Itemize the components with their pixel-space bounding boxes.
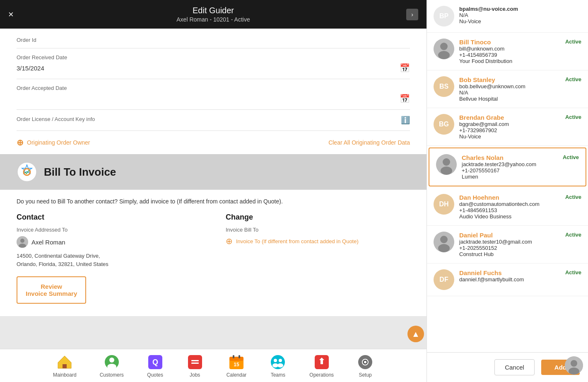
clear-originating-button[interactable]: Clear All Originating Order Data <box>328 139 410 146</box>
contact-email: danniel.f@smartlybuilt.com <box>459 276 565 283</box>
review-invoice-button[interactable]: Review Invoice Summary <box>17 276 86 304</box>
change-column: Change Invoice Bill To ⊕ Invoice To (If … <box>226 213 410 268</box>
svg-point-24 <box>277 363 283 367</box>
sidebar-item-jobs[interactable]: Jobs <box>175 354 215 378</box>
contact-info: Bill Tinoco bill@unknown.com +1-41548567… <box>459 39 565 64</box>
contact-status: Active <box>565 194 581 200</box>
contact-company: Lumen <box>462 174 563 180</box>
page-title: Edit Guider <box>8 6 418 15</box>
contact-name: Brendan Grabe <box>459 114 565 121</box>
svg-point-9 <box>107 364 116 370</box>
contact-item-charles-nolan[interactable]: Charles Nolan jacktrade.tester23@yahoo.c… <box>429 147 586 186</box>
sidebar-item-calendar[interactable]: 15 Calendar <box>215 354 258 378</box>
contact-item-bob-stanley[interactable]: BS Bob Stanley bob.bellvue@unknown.com N… <box>427 70 588 108</box>
contact-item-brendan-grabe[interactable]: BG Brendan Grabe bggrabe@gmail.com +1-73… <box>427 108 588 146</box>
sidebar-item-mainboard[interactable]: Mainboard <box>41 354 88 378</box>
customers-label: Customers <box>100 372 124 378</box>
svg-point-23 <box>272 363 278 367</box>
calendar-icon-2[interactable]: 📅 <box>400 94 410 104</box>
svg-point-22 <box>279 359 282 362</box>
bill-section-title: Bill To Invoice <box>44 166 116 179</box>
contact-email: dan@customautomationtech.com <box>459 201 565 207</box>
contact-column: Contact Invoice Addressed To Axel Roman <box>17 213 201 268</box>
contact-header: Contact <box>17 213 201 222</box>
contact-item-bpalms[interactable]: BP bpalms@nu-voice.com N/A Nu-Voice <box>427 0 588 33</box>
bill-description: Do you need to Bill To another contact? … <box>17 198 410 205</box>
contact-info: Bob Stanley bob.bellvue@unknown.com N/A … <box>459 76 565 102</box>
sidebar-item-operations[interactable]: Operations <box>298 354 345 378</box>
contact-name: Daniel Paul <box>459 232 565 239</box>
sidebar-item-setup[interactable]: Setup <box>345 354 385 378</box>
svg-point-34 <box>443 158 450 166</box>
svg-text:15: 15 <box>234 362 239 367</box>
contact-company: Audio Video Business <box>459 213 565 220</box>
svg-rect-14 <box>191 363 199 364</box>
contact-phone: +1-4154856739 <box>459 52 565 58</box>
contact-item-danniel-fuchs[interactable]: DF Danniel Fuchs danniel.f@smartlybuilt.… <box>427 264 588 296</box>
calendar-nav-icon: 15 <box>228 354 245 370</box>
bill-content: Do you need to Bill To another contact? … <box>0 190 427 316</box>
calendar-label: Calendar <box>227 372 247 378</box>
invoice-bill-to-label: Invoice Bill To <box>226 227 410 233</box>
contact-name: Bill Tinoco <box>459 39 565 46</box>
contact-status: Active <box>563 154 579 160</box>
sidebar-item-quotes[interactable]: Q Quotes <box>135 354 175 378</box>
svg-point-38 <box>438 244 450 252</box>
contact-info: Daniel Paul jacktrade.tester10@gmail.com… <box>459 232 565 257</box>
setup-icon <box>357 354 374 370</box>
contact-item-dan-hoehnen[interactable]: DH Dan Hoehnen dan@customautomationtech.… <box>427 188 588 226</box>
contact-row: Axel Roman <box>17 236 201 248</box>
next-button[interactable]: › <box>406 9 418 20</box>
order-received-value[interactable]: 3/15/2024 <box>17 65 44 72</box>
invoice-addressed-label: Invoice Addressed To <box>17 227 201 233</box>
contact-item-daniel-paul[interactable]: Daniel Paul jacktrade.tester10@gmail.com… <box>427 226 588 264</box>
svg-point-21 <box>274 359 277 362</box>
contact-company: Nu-Voice <box>459 133 565 140</box>
order-id-label: Order Id <box>17 37 410 43</box>
contact-avatar: BS <box>434 76 454 97</box>
sidebar-item-teams[interactable]: Teams <box>258 354 298 378</box>
contact-email: bill@unknown.com <box>459 46 565 52</box>
contact-item-bill-tinoco[interactable]: Bill Tinoco bill@unknown.com +1-41548567… <box>427 33 588 70</box>
contact-info: Charles Nolan jacktrade.tester23@yahoo.c… <box>462 154 563 180</box>
plus-icon: ⊕ <box>17 138 24 147</box>
bottom-nav: Mainboard Customers <box>0 349 427 382</box>
header: × Edit Guider Axel Roman - 10201 - Activ… <box>0 0 427 29</box>
order-id-field: Order Id <box>17 29 410 48</box>
contact-email: jacktrade.tester10@gmail.com <box>459 239 565 245</box>
contact-avatar <box>434 232 454 252</box>
contact-phone: +1-2075550167 <box>462 167 563 174</box>
quotes-label: Quotes <box>147 372 163 378</box>
contact-name: Danniel Fuchs <box>459 269 565 276</box>
contact-status: Active <box>565 232 581 238</box>
originating-owner-button[interactable]: ⊕ Originating Order Owner <box>17 138 90 147</box>
contact-name: Charles Nolan <box>462 154 563 161</box>
calendar-icon[interactable]: 📅 <box>400 63 410 73</box>
order-accepted-field: Order Accepted Date 📅 <box>17 79 410 110</box>
contact-name: bpalms@nu-voice.com <box>459 6 581 12</box>
contact-avatar: DH <box>434 194 454 215</box>
add-invoice-button[interactable]: ⊕ Invoice To (If different from contact … <box>226 236 410 246</box>
cancel-button[interactable]: Cancel <box>494 359 535 375</box>
form-content: Order Id Order Received Date 3/15/2024 📅… <box>0 29 427 349</box>
contact-company: Nu-Voice <box>459 18 581 24</box>
contact-info: Dan Hoehnen dan@customautomationtech.com… <box>459 194 565 220</box>
contact-status: Active <box>565 39 581 45</box>
plus-circle-icon: ⊕ <box>226 236 233 246</box>
page-subtitle: Axel Roman - 10201 - Active <box>8 16 418 23</box>
svg-rect-17 <box>233 355 234 358</box>
info-icon[interactable]: ℹ️ <box>401 116 410 125</box>
originating-row: ⊕ Originating Order Owner Clear All Orig… <box>17 131 410 154</box>
close-button[interactable]: × <box>8 9 14 20</box>
sidebar-item-customers[interactable]: Customers <box>88 354 135 378</box>
setup-label: Setup <box>359 372 371 378</box>
customers-icon <box>104 354 120 370</box>
scroll-up-button[interactable]: ▲ <box>407 326 424 342</box>
contact-avatar-small <box>17 236 28 248</box>
order-license-input-row: Order License / Account Key info ℹ️ <box>17 116 410 125</box>
contact-info: bpalms@nu-voice.com N/A Nu-Voice <box>459 6 581 24</box>
contacts-list: BP bpalms@nu-voice.com N/A Nu-Voice Bill… <box>427 0 588 352</box>
svg-rect-13 <box>191 360 199 361</box>
contact-avatar: DF <box>434 269 454 290</box>
svg-point-8 <box>109 358 114 363</box>
